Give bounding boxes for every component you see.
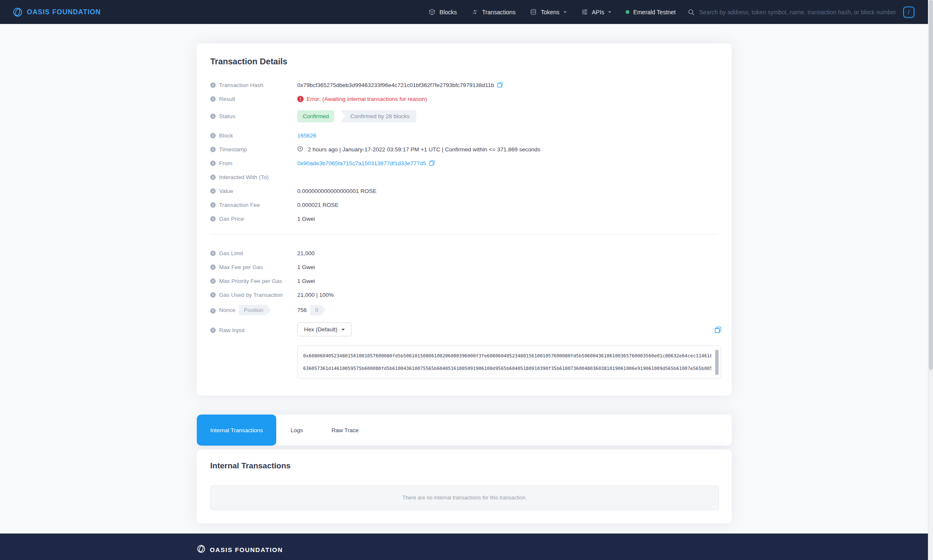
info-icon[interactable] [210,161,216,166]
result-error: Error: (Awaiting internal transactions f… [297,95,427,103]
info-icon[interactable] [210,147,216,152]
nav-item-blocks[interactable]: Blocks [428,8,457,16]
brand-text: OASIS FOUNDATION [27,8,101,16]
raw-input-line: 0x608060405234801561001057600080fd5b5061… [303,350,711,362]
raw-input-format-dropdown[interactable]: Hex (Default) [297,322,352,336]
coins-icon [530,8,537,16]
max-priority-fee-value: 1 Gwei [297,277,315,285]
copy-raw-input-icon[interactable] [715,327,721,333]
info-icon[interactable] [210,188,216,194]
row-transaction-fee: Transaction Fee 0.000021 ROSE [210,198,718,212]
field-label: Nonce [219,306,235,314]
row-gas-limit: Gas Limit 21,000 [210,246,718,260]
chevron-down-icon [608,11,611,15]
info-icon[interactable] [210,174,216,180]
info-icon[interactable] [210,82,216,88]
field-label: Raw Input [219,326,245,334]
info-icon[interactable] [210,96,216,102]
row-nonce: Nonce Position 756 0 [210,302,718,318]
main-content: Transaction Details Transaction Hash 0x7… [197,43,732,523]
transaction-details-card: Transaction Details Transaction Hash 0x7… [197,43,732,396]
field-label: Max Fee per Gas [219,263,263,271]
error-icon [297,96,304,102]
row-value: Value 0.000000000000000001 ROSE [210,184,718,198]
page-title: Transaction Details [210,57,718,66]
oasis-logo-icon [13,7,23,17]
search-input[interactable] [699,9,914,16]
info-icon[interactable] [210,251,216,256]
nav-item-apis[interactable]: APIs [581,8,612,16]
row-status: Status Confirmed Confirmed by 28 blocks [210,106,718,127]
page-scrollbar[interactable] [928,0,933,560]
copy-icon[interactable] [497,82,503,87]
tab-raw-trace[interactable]: Raw Trace [317,415,373,446]
row-interacted-with: Interacted With (To) [210,170,718,184]
max-fee-value: 1 Gwei [297,263,315,271]
raw-input-textarea[interactable]: 0x608060405234801561001057600080fd5b5061… [297,345,721,379]
nav-item-transactions[interactable]: Transactions [471,8,516,16]
nav-menu: Blocks Transactions Tokens [414,8,914,16]
top-navbar: OASIS FOUNDATION Blocks Transactions [0,0,933,24]
status-badge: Confirmed [297,110,334,122]
row-transaction-hash: Transaction Hash 0x79bcf365275dbeb3d9946… [210,78,718,92]
info-icon[interactable] [210,292,216,298]
transaction-hash-value: 0x79bcf365275dbeb3d99463233f96e4c721c01b… [297,81,494,89]
field-label: Transaction Fee [219,201,260,209]
row-gas-used: Gas Used by Transaction 21,000 | 100% [210,288,718,302]
info-icon[interactable] [210,133,216,138]
info-icon[interactable] [210,202,216,208]
header-brand[interactable]: OASIS FOUNDATION [13,7,101,17]
search-shortcut-badge: / [903,6,914,18]
nav-item-tokens[interactable]: Tokens [530,8,566,16]
field-label: Block [219,132,233,140]
search-icon [687,8,695,16]
nav-label: APIs [592,9,605,16]
info-icon[interactable] [210,328,216,333]
textarea-scrollbar[interactable] [715,350,719,375]
row-result: Result Error: (Awaiting internal transac… [210,92,718,106]
field-label: Gas Price [219,215,244,223]
info-icon[interactable] [210,216,216,222]
empty-message: There are no internal transactions for t… [402,495,527,501]
search-bar: / [687,8,914,16]
section-divider [210,234,718,235]
nav-label: Tokens [541,9,559,16]
transaction-tabs: Internal Transactions Logs Raw Trace [197,415,732,446]
from-address-link[interactable]: 0x90ade3b7065fa715c7a150313877df1d33e777… [297,159,426,167]
dropdown-value: Hex (Default) [304,326,338,333]
field-label: Value [219,187,233,195]
raw-input-line: 636057361d14610059575b600080fd5b61004361… [303,362,711,375]
field-label: Transaction Hash [219,81,263,89]
nonce-value: 756 [297,306,307,314]
gas-limit-value: 21,000 [297,249,315,257]
swap-arrows-icon [471,8,478,16]
section-title: Internal Transactions [210,461,719,470]
timestamp-value: 2 hours ago | January-17-2022 03:59:17 P… [308,145,540,153]
info-icon[interactable] [210,278,216,284]
value-amount: 0.000000000000000001 ROSE [297,187,376,195]
tab-logs[interactable]: Logs [276,415,317,446]
info-icon[interactable] [210,114,216,119]
field-label: Max Priority Fee per Gas [219,277,282,285]
block-number-link[interactable]: 165626 [297,132,316,140]
row-block: Block 165626 [210,127,718,143]
row-max-priority-fee: Max Priority Fee per Gas 1 Gwei [210,274,718,288]
row-from: From 0x90ade3b7065fa715c7a150313877df1d3… [210,156,718,170]
page-scrollbar-thumb[interactable] [929,0,933,370]
oasis-logo-icon [197,544,206,555]
info-icon[interactable] [210,308,216,314]
footer-brand[interactable]: OASIS FOUNDATION [197,544,283,555]
nav-label: Transactions [482,9,516,16]
row-raw-input: Raw Input Hex (Default) [210,318,718,382]
position-badge: Position [239,305,271,315]
cube-icon [428,8,436,16]
network-selector[interactable]: Emerald Testnet [626,9,676,16]
footer-brand-text: OASIS FOUNDATION [210,546,283,553]
internal-transactions-card: Internal Transactions There are no inter… [197,449,732,523]
row-timestamp: Timestamp 2 hours ago | January-17-2022 … [210,143,718,156]
info-icon[interactable] [210,264,216,270]
field-label: Gas Limit [219,249,243,257]
field-label: From [219,159,233,167]
tab-internal-transactions[interactable]: Internal Transactions [197,415,276,446]
copy-icon[interactable] [429,160,435,166]
